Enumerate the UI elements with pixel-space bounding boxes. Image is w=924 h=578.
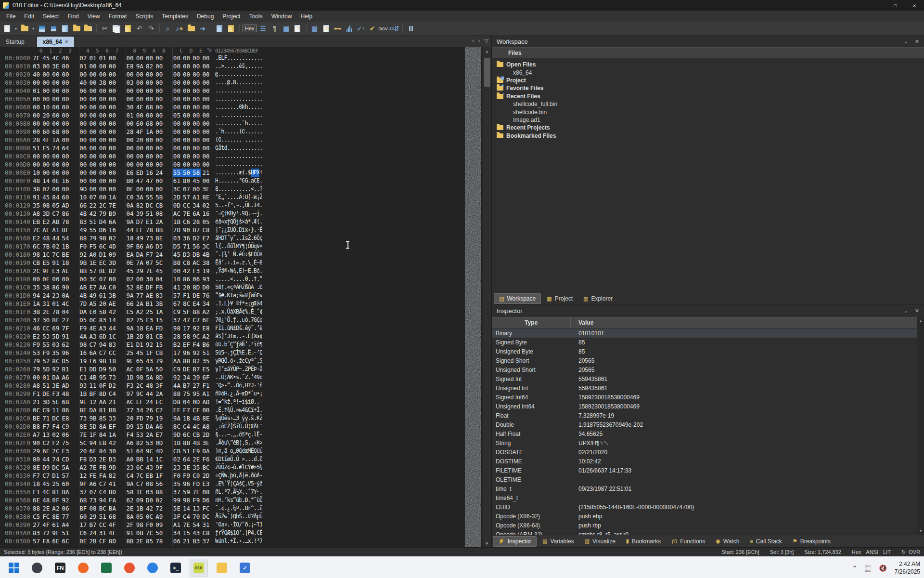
hex-byte[interactable]: 90	[61, 283, 71, 291]
hex-byte[interactable]: 80	[181, 177, 192, 185]
hex-byte[interactable]: 6D	[98, 332, 108, 341]
hex-byte[interactable]: 0E	[51, 177, 61, 185]
hex-byte[interactable]: CC	[181, 201, 192, 210]
hex-byte[interactable]: 3C	[172, 185, 182, 193]
hex-byte[interactable]: 0B	[201, 406, 211, 414]
hex-byte[interactable]: 41	[107, 480, 117, 488]
hex-byte[interactable]: 21	[31, 398, 41, 406]
hex-byte[interactable]: C4	[181, 512, 192, 521]
panel-collapse-icon[interactable]: ⌄	[904, 308, 908, 314]
ascii-column[interactable]: ¸÷ôÉŽ]ŠïÙ.Ú¦ŒÄL¨	[215, 422, 262, 431]
hex-byte[interactable]: 9B	[88, 414, 98, 422]
hex-byte[interactable]: 5C	[154, 259, 164, 267]
hex-byte[interactable]: 00	[154, 95, 164, 103]
hex-byte[interactable]: 7E	[107, 201, 117, 210]
tree-item-recent-projects[interactable]: Recent Projects	[492, 124, 917, 131]
hex-byte[interactable]: 35	[51, 349, 61, 357]
hex-byte[interactable]: C4	[107, 390, 117, 398]
hex-byte[interactable]: BF	[88, 390, 98, 398]
jump-size-icon[interactable]: 10⇵	[389, 23, 399, 34]
hex-byte[interactable]: 00	[191, 95, 201, 103]
hex-byte[interactable]: 88	[31, 504, 41, 512]
hex-byte[interactable]: 0D	[154, 439, 164, 447]
hex-byte[interactable]: BC	[98, 504, 108, 512]
hex-byte[interactable]: EF	[135, 226, 145, 234]
hex-byte[interactable]: 00	[107, 160, 117, 169]
tab-close-icon[interactable]: ×	[65, 39, 68, 45]
hex-byte[interactable]: 5D	[88, 422, 98, 431]
hex-byte[interactable]: 53	[135, 431, 145, 439]
hex-byte[interactable]: 94	[98, 496, 108, 504]
hex-byte[interactable]: 00	[51, 152, 61, 160]
hex-byte[interactable]: 6F	[201, 373, 211, 381]
hex-byte[interactable]: 00	[125, 144, 135, 152]
hex-byte[interactable]: 00	[154, 87, 164, 95]
hex-byte[interactable]: 82	[135, 439, 145, 447]
hex-byte[interactable]: 83	[107, 341, 117, 349]
hex-byte[interactable]: 7E	[88, 463, 98, 472]
menu-item-window[interactable]: Window	[267, 12, 296, 21]
hex-byte[interactable]: BE	[61, 250, 71, 259]
ascii-char[interactable]: -	[259, 472, 262, 480]
ascii-char[interactable]: !	[259, 169, 262, 177]
hex-byte[interactable]: D8	[172, 398, 182, 406]
hex-byte[interactable]: 3F	[201, 185, 211, 193]
hex-byte[interactable]: 00	[78, 119, 88, 128]
ascii-char[interactable]: .	[259, 103, 262, 111]
hex-byte[interactable]: BC	[201, 463, 211, 472]
hex-byte[interactable]: 8B	[78, 267, 88, 275]
hex-byte[interactable]: 30	[125, 103, 135, 111]
hex-byte[interactable]: 2C	[31, 267, 41, 275]
hex-byte[interactable]: 48	[41, 496, 51, 504]
hex-byte[interactable]: 1B	[172, 439, 182, 447]
hex-byte[interactable]: A2	[135, 308, 145, 316]
ascii-column[interactable]: FÌi.ùN£Dš.êý˜.’è	[215, 324, 262, 332]
hex-byte[interactable]: 8C	[172, 422, 182, 431]
inspector-row-oletime[interactable]: OLETIME	[492, 475, 917, 484]
hex-byte[interactable]: 57	[61, 472, 71, 480]
hex-byte[interactable]: DC	[51, 414, 61, 422]
hex-byte[interactable]: EF	[135, 398, 145, 406]
hex-byte[interactable]: 00	[191, 111, 201, 119]
hex-byte[interactable]: 6C	[181, 431, 192, 439]
hex-byte[interactable]: 0D	[172, 201, 182, 210]
hex-byte[interactable]: 6C	[98, 242, 108, 250]
tab-x86-64[interactable]: x86_64 ×	[37, 37, 74, 47]
hex-byte[interactable]: 00	[41, 119, 51, 128]
hex-byte[interactable]: 00	[31, 95, 41, 103]
tree-item-image-ad1[interactable]: Image.ad1	[492, 116, 917, 124]
hex-byte[interactable]: 95	[191, 390, 201, 398]
hex-byte[interactable]: CB	[191, 431, 201, 439]
hex-byte[interactable]: 68	[144, 103, 154, 111]
hex-byte[interactable]: 4C	[41, 488, 51, 496]
dock-tab-visualize[interactable]: ▥Visualize	[580, 537, 620, 546]
hex-byte[interactable]: 00	[201, 95, 211, 103]
hex-byte[interactable]: 59	[181, 488, 192, 496]
taskbar-icon-terminal[interactable]: >_	[167, 559, 185, 577]
hex-byte[interactable]: 83	[154, 291, 164, 300]
hex-byte[interactable]: 21	[181, 537, 192, 545]
hex-byte[interactable]: 00	[172, 128, 182, 136]
hex-byte[interactable]: 00	[144, 144, 154, 152]
hex-byte[interactable]: 00	[61, 70, 71, 79]
column-mode-icon[interactable]: ▦	[281, 23, 292, 34]
hex-byte[interactable]: 55	[144, 193, 154, 201]
ascii-char[interactable]: Ð	[259, 283, 262, 291]
ascii-column[interactable]: ŽÙÜZ¢~û.#lCŸ#>5¼	[215, 463, 262, 472]
hex-byte[interactable]: BE	[78, 406, 88, 414]
ascii-column[interactable]: ˆ.¢.¿.¼º..Br^..ü	[215, 504, 262, 512]
hex-byte[interactable]: C4	[181, 422, 192, 431]
hex-byte[interactable]: 2E	[191, 455, 201, 463]
hex-byte[interactable]: 0B	[135, 529, 145, 537]
hex-byte[interactable]: 2C	[51, 447, 61, 455]
hex-byte[interactable]: 39	[135, 210, 145, 218]
hex-byte[interactable]: 15	[154, 316, 164, 324]
hex-byte[interactable]: F4	[51, 422, 61, 431]
new-file-dropdown-icon[interactable]: ▾	[13, 23, 18, 34]
hex-byte[interactable]: 29	[135, 267, 145, 275]
hex-byte[interactable]: 47	[144, 177, 154, 185]
hex-byte[interactable]: 00	[135, 95, 145, 103]
hex-byte[interactable]: 00	[172, 136, 182, 144]
menu-item-templates[interactable]: Templates	[157, 12, 192, 21]
hex-byte[interactable]: 8D	[98, 390, 108, 398]
